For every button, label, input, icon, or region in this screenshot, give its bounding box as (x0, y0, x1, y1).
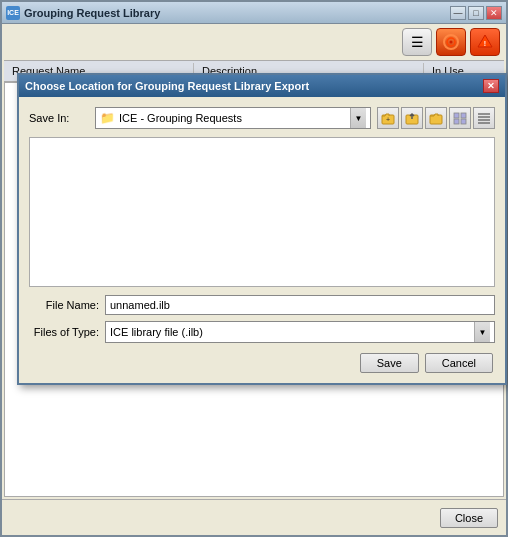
modal-body: Save In: 📁 ICE - Grouping Requests ▼ (19, 97, 505, 383)
modal-titlebar: Choose Location for Grouping Request Lib… (19, 75, 505, 97)
close-button[interactable]: Close (440, 508, 498, 528)
app-icon: ICE (6, 6, 20, 20)
folder-icon: 📁 (100, 111, 115, 125)
modal-dialog: Choose Location for Grouping Request Lib… (17, 73, 507, 385)
modal-overlay: Choose Location for Grouping Request Lib… (3, 33, 508, 463)
svg-point-2 (450, 41, 453, 44)
files-of-type-select[interactable]: ICE library file (.ilb) ▼ (105, 321, 495, 343)
svg-rect-9 (454, 113, 459, 118)
view-list-button[interactable] (449, 107, 471, 129)
minimize-button[interactable]: — (450, 6, 466, 20)
svg-rect-11 (454, 119, 459, 124)
toolbar-area: ☰ ! (2, 24, 506, 60)
svg-rect-10 (461, 113, 466, 118)
save-in-combo[interactable]: 📁 ICE - Grouping Requests ▼ (95, 107, 371, 129)
outer-window: ICE Grouping Request Library — □ ✕ ☰ ! R… (0, 0, 508, 537)
file-name-label: File Name: (29, 299, 99, 311)
close-window-button[interactable]: ✕ (486, 6, 502, 20)
outer-window-title: Grouping Request Library (24, 7, 450, 19)
toolbar-icons-row: + (377, 107, 495, 129)
titlebar-buttons: — □ ✕ (450, 6, 502, 20)
create-folder-button[interactable] (425, 107, 447, 129)
combo-dropdown-arrow[interactable]: ▼ (350, 108, 366, 128)
file-name-row: File Name: (29, 295, 495, 315)
file-browse-area (29, 137, 495, 287)
files-of-type-row: Files of Type: ICE library file (.ilb) ▼ (29, 321, 495, 343)
files-of-type-dropdown-arrow[interactable]: ▼ (474, 322, 490, 342)
modal-close-button[interactable]: ✕ (483, 79, 499, 93)
save-button[interactable]: Save (360, 353, 419, 373)
view-details-button[interactable] (473, 107, 495, 129)
files-of-type-label: Files of Type: (29, 326, 99, 338)
svg-rect-12 (461, 119, 466, 124)
svg-text:+: + (386, 116, 390, 123)
menu-button[interactable]: ☰ (402, 28, 432, 56)
file-name-input[interactable] (105, 295, 495, 315)
outer-content: Choose Location for Grouping Request Lib… (4, 82, 504, 497)
files-of-type-value: ICE library file (.ilb) (110, 326, 474, 338)
new-folder-button[interactable]: + (377, 107, 399, 129)
save-in-label: Save In: (29, 112, 89, 124)
outer-titlebar: ICE Grouping Request Library — □ ✕ (2, 2, 506, 24)
modal-title: Choose Location for Grouping Request Lib… (25, 80, 483, 92)
action-button[interactable]: ! (470, 28, 500, 56)
target-button[interactable] (436, 28, 466, 56)
cancel-button[interactable]: Cancel (425, 353, 493, 373)
save-in-value: ICE - Grouping Requests (119, 112, 346, 124)
svg-text:!: ! (484, 40, 486, 47)
maximize-button[interactable]: □ (468, 6, 484, 20)
modal-bottom-buttons: Save Cancel (29, 349, 495, 375)
up-folder-button[interactable] (401, 107, 423, 129)
bottom-bar: Close (2, 499, 506, 535)
save-in-row: Save In: 📁 ICE - Grouping Requests ▼ (29, 107, 495, 129)
